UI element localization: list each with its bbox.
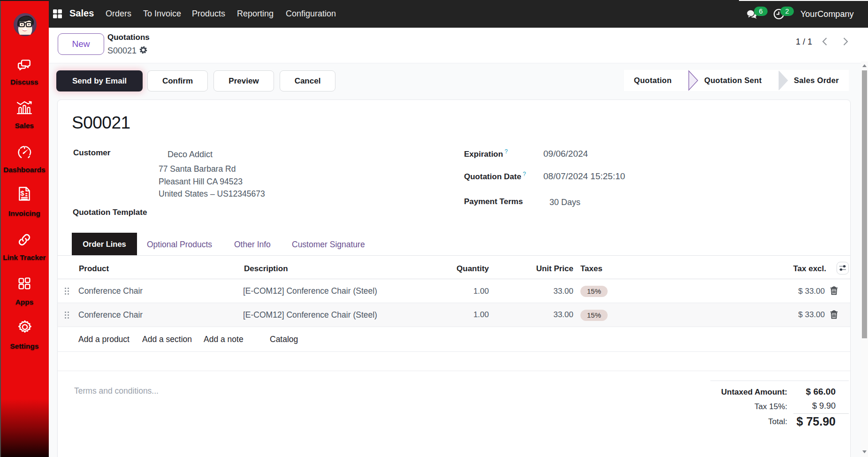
svg-text:$: $ bbox=[21, 190, 25, 197]
